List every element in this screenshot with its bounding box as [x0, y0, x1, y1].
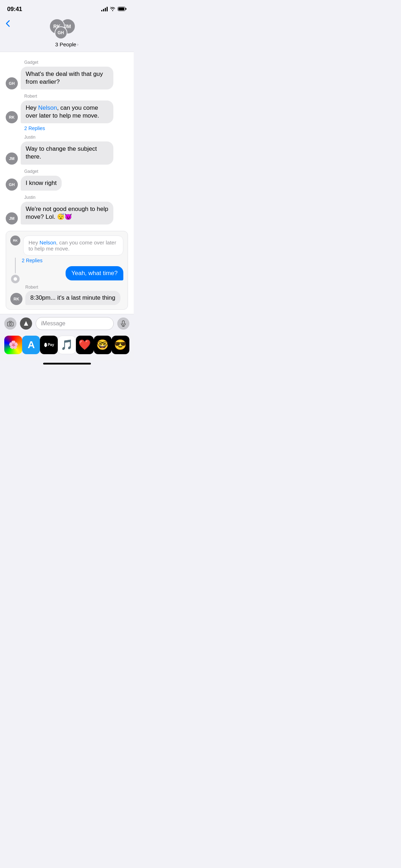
thread-robert-sender: Robert — [25, 285, 123, 290]
mention-nelson-thread: Nelson — [40, 239, 56, 246]
msg-avatar-jm-2: JM — [6, 212, 18, 224]
svg-rect-4 — [7, 322, 13, 326]
messages-area: Gadget GH What's the deal with that guy … — [0, 52, 134, 314]
svg-point-3 — [14, 277, 17, 281]
nav-header: RK JM GH 3 People › — [0, 16, 134, 52]
message-row-3: JM Way to change the subject there. — [0, 141, 134, 165]
thread-robert-text: 8:30pm... it's a last minute thing — [30, 294, 115, 301]
home-indicator — [43, 363, 91, 365]
thread-reply-container: 2 Replies Yeah, what time? — [12, 258, 123, 283]
message-row-4: GH I know right — [0, 175, 134, 191]
msg-avatar-gh-1: GH — [6, 77, 18, 89]
thread-robert-content: Robert 8:30pm... it's a last minute thin… — [25, 285, 123, 305]
thread-replies-content: 2 Replies Yeah, what time? — [22, 258, 123, 283]
status-bar: 09:41 — [0, 0, 134, 16]
thread-section: RK Hey Nelson, can you come over later t… — [6, 231, 128, 310]
dock-appstore[interactable]: A — [22, 336, 40, 354]
message-row-2: RK Hey Nelson, can you come over later t… — [0, 100, 134, 124]
svg-rect-1 — [125, 8, 127, 10]
msg-avatar-gh-2: GH — [6, 179, 18, 191]
dock-photos[interactable]: 🌸 — [4, 336, 22, 354]
audio-button[interactable] — [117, 317, 129, 330]
msg-avatar-jm-1: JM — [6, 153, 18, 165]
thread-quoted-bubble: Hey Nelson, can you come over later to h… — [23, 236, 123, 255]
thread-robert-avatar: RK — [10, 293, 22, 305]
svg-rect-7 — [122, 321, 124, 324]
thread-quoted-text: Hey Nelson, can you come over later to h… — [29, 239, 116, 252]
status-time: 09:41 — [7, 6, 22, 13]
thread-robert-bubble: 8:30pm... it's a last minute thing — [25, 291, 120, 305]
appstore-button[interactable] — [20, 317, 32, 330]
imessage-input[interactable]: iMessage — [36, 317, 114, 330]
sender-name-gadget-1: Gadget — [24, 60, 134, 65]
mention-nelson-1: Nelson — [38, 104, 57, 111]
thread-robert-row: RK Robert 8:30pm... it's a last minute t… — [10, 285, 123, 305]
sender-name-justin-1: Justin — [24, 135, 134, 140]
applepay-label: Pay — [44, 343, 54, 347]
message-group-2: Robert RK Hey Nelson, can you come over … — [0, 94, 134, 131]
message-group-1: Gadget GH What's the deal with that guy … — [0, 60, 134, 90]
dock-memoji1[interactable]: 🤓 — [94, 336, 112, 354]
dock-applepay[interactable]: Pay — [40, 336, 58, 354]
msg-avatar-rk-1: RK — [6, 111, 18, 123]
status-icons — [101, 6, 127, 12]
bubble-3: Way to change the subject there. — [21, 141, 113, 164]
dock-memoji2[interactable]: 😎 — [112, 336, 129, 354]
chevron-right-icon: › — [77, 42, 78, 47]
thread-quoted-row: RK Hey Nelson, can you come over later t… — [10, 236, 123, 255]
message-text-3: Way to change the subject there. — [26, 145, 97, 160]
svg-point-5 — [9, 323, 11, 325]
thread-outgoing-row: Yeah, what time? — [22, 266, 123, 280]
sender-name-robert: Robert — [24, 94, 134, 99]
thread-quoted-avatar: RK — [10, 236, 20, 246]
thread-outgoing-text: Yeah, what time? — [71, 270, 118, 277]
group-name-label: 3 People — [55, 41, 76, 47]
bubble-1: What's the deal with that guy from earli… — [21, 67, 113, 89]
message-row-5: JM We're not good enough to help move? L… — [0, 201, 134, 225]
thread-replies-label[interactable]: 2 Replies — [22, 258, 123, 263]
bubble-5: We're not good enough to help move? Lol.… — [21, 202, 113, 224]
message-text-4: I know right — [26, 180, 57, 186]
home-indicator-bar — [0, 361, 134, 371]
battery-icon — [118, 6, 127, 12]
sender-name-justin-2: Justin — [24, 195, 134, 200]
svg-rect-6 — [9, 321, 11, 322]
dock-music[interactable]: 🎵 — [58, 336, 76, 354]
message-text-1: What's the deal with that guy from earli… — [26, 71, 103, 85]
back-button[interactable] — [6, 20, 10, 27]
message-group-4: Gadget GH I know right — [0, 169, 134, 191]
input-placeholder: iMessage — [41, 320, 65, 327]
message-text-5: We're not good enough to help move? Lol.… — [26, 206, 108, 220]
avatar-gh: GH — [55, 26, 67, 39]
group-name[interactable]: 3 People › — [55, 41, 79, 47]
sender-name-gadget-2: Gadget — [24, 169, 134, 174]
message-text-2: Hey Nelson, can you come over later to h… — [26, 104, 99, 119]
message-group-5: Justin JM We're not good enough to help … — [0, 195, 134, 225]
dock: 🌸 A Pay 🎵 ❤️ 🤓 😎 — [0, 333, 134, 361]
bubble-2: Hey Nelson, can you come over later to h… — [21, 100, 113, 123]
input-bar: iMessage — [0, 314, 134, 333]
thread-outgoing-bubble: Yeah, what time? — [66, 266, 123, 280]
group-avatars[interactable]: RK JM GH — [49, 19, 85, 40]
thread-vertical-line — [15, 258, 16, 273]
camera-button[interactable] — [4, 317, 16, 330]
bubble-4: I know right — [21, 176, 62, 191]
svg-rect-2 — [118, 7, 124, 10]
wifi-icon — [110, 6, 115, 12]
thread-reply-avatar-small — [11, 275, 20, 283]
signal-icon — [101, 7, 108, 11]
thread-quoted-bubble-wrapper: Hey Nelson, can you come over later to h… — [23, 236, 123, 255]
message-row-1: GH What's the deal with that guy from ea… — [0, 66, 134, 90]
message-group-3: Justin JM Way to change the subject ther… — [0, 135, 134, 165]
thread-line-wrapper — [12, 258, 19, 283]
dock-fitness[interactable]: ❤️ — [76, 336, 94, 354]
replies-link-1[interactable]: 2 Replies — [24, 125, 134, 131]
